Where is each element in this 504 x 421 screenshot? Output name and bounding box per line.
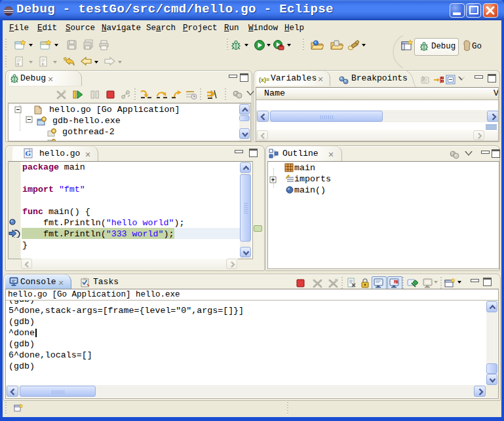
svg-text:(x)=: (x)= bbox=[259, 77, 269, 83]
svg-text:x: x bbox=[395, 280, 397, 284]
svg-text:G: G bbox=[26, 149, 31, 157]
